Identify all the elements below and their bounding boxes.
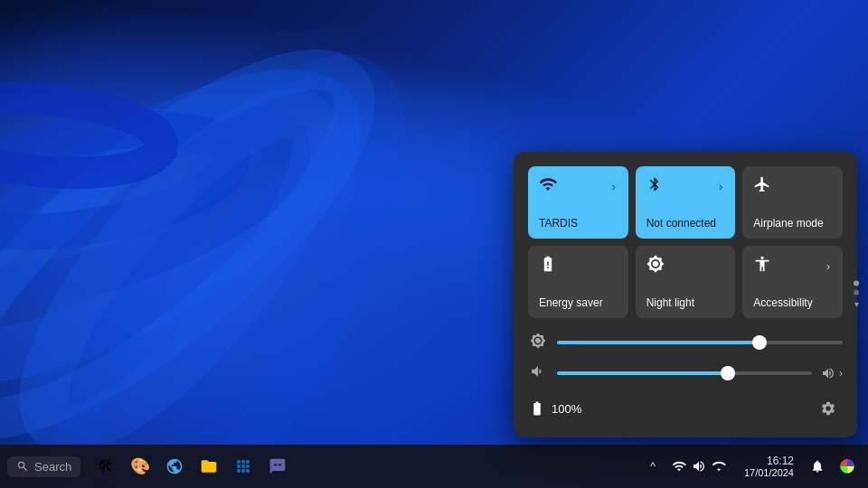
brightness-row: [528, 333, 843, 352]
volume-arrow[interactable]: ›: [839, 367, 843, 380]
volume-extra: ›: [821, 366, 843, 380]
volume-row: ›: [528, 363, 843, 383]
teams-icon: [269, 457, 287, 475]
settings-button[interactable]: [814, 394, 843, 423]
tiles-grid: › TARDIS › Not connected: [528, 166, 843, 318]
accessibility-chevron[interactable]: ›: [825, 258, 832, 275]
nightlight-icon: [646, 255, 665, 277]
battery-info: 100%: [528, 400, 581, 417]
system-tray[interactable]: [665, 455, 733, 477]
colorpicker-app[interactable]: 🎨: [124, 450, 156, 483]
qs-footer: 100%: [528, 394, 843, 423]
energy-label: Energy saver: [539, 296, 618, 309]
network-tray-icon: [712, 459, 726, 474]
clock-date: 17/01/2024: [744, 467, 794, 478]
wifi-label: TARDIS: [539, 217, 618, 230]
store-app[interactable]: [227, 450, 259, 483]
taskbar: Search 🛠 🎨: [0, 445, 868, 488]
volume-slider[interactable]: [557, 371, 812, 375]
taskbar-right: ^ 16:12 17/01/2024: [637, 453, 868, 480]
clock-time: 16:12: [767, 455, 794, 467]
folder-icon: [200, 457, 218, 475]
accessibility-label: Accessibility: [753, 296, 832, 309]
files-app[interactable]: [193, 450, 225, 483]
bluetooth-tile[interactable]: › Not connected: [636, 166, 736, 239]
brightness-slider[interactable]: [557, 341, 843, 344]
bluetooth-icon: [646, 175, 663, 198]
taskbar-left: Search 🛠 🎨: [0, 450, 637, 483]
bluetooth-label: Not connected: [646, 217, 725, 230]
wifi-tray-icon: [672, 459, 686, 474]
nightlight-tile-top: [646, 255, 725, 277]
color-icon: [839, 458, 855, 474]
nightlight-label: Night light: [646, 296, 725, 309]
desktop: ▾ › TARDIS: [0, 0, 868, 488]
energy-tile[interactable]: Energy saver: [528, 246, 628, 318]
airplane-label: Airplane mode: [753, 217, 832, 230]
search-icon: [16, 460, 29, 473]
notification-button[interactable]: [805, 455, 830, 477]
color-button[interactable]: [834, 455, 861, 478]
clock-area[interactable]: 16:12 17/01/2024: [737, 453, 801, 480]
wallpaper-swirl: [0, 0, 497, 488]
bell-icon: [810, 459, 825, 474]
scroll-dot-1: [854, 281, 859, 286]
tray-chevron-button[interactable]: ^: [645, 456, 661, 476]
wifi-tile-top: ›: [539, 175, 618, 198]
airplane-tile-top: [753, 175, 832, 198]
scroll-arrow-down[interactable]: ▾: [854, 299, 859, 309]
brightness-icon: [528, 333, 548, 352]
airplane-icon: [753, 175, 771, 198]
teams-app[interactable]: [261, 450, 294, 483]
accessibility-icon: [753, 255, 771, 277]
search-box[interactable]: Search: [7, 456, 80, 477]
energy-tile-top: [539, 255, 618, 277]
airplane-tile[interactable]: Airplane mode: [742, 166, 843, 239]
store-icon: [234, 457, 252, 475]
wifi-icon: [539, 175, 557, 198]
wifi-tile[interactable]: › TARDIS: [528, 166, 628, 239]
tray-expand-icon: ^: [650, 460, 656, 473]
edge-icon: [165, 457, 184, 475]
wifi-chevron[interactable]: ›: [610, 179, 618, 195]
search-text: Search: [34, 460, 71, 474]
accessibility-tile-top: ›: [753, 255, 832, 277]
energy-icon: [539, 255, 557, 277]
battery-percent: 100%: [552, 402, 581, 416]
volume-tray-icon: [692, 459, 706, 474]
bluetooth-chevron[interactable]: ›: [717, 179, 724, 195]
volume-icon: [528, 363, 548, 383]
scroll-indicators: ▾: [854, 281, 859, 309]
accessibility-tile[interactable]: › Accessibility: [742, 246, 843, 318]
edge-app[interactable]: [158, 450, 191, 483]
tools-app[interactable]: 🛠: [90, 450, 122, 483]
scroll-dot-2: [854, 290, 859, 296]
bluetooth-tile-top: ›: [646, 175, 725, 198]
quick-settings-panel: ▾ › TARDIS: [514, 152, 857, 437]
nightlight-tile[interactable]: Night light: [636, 246, 736, 318]
